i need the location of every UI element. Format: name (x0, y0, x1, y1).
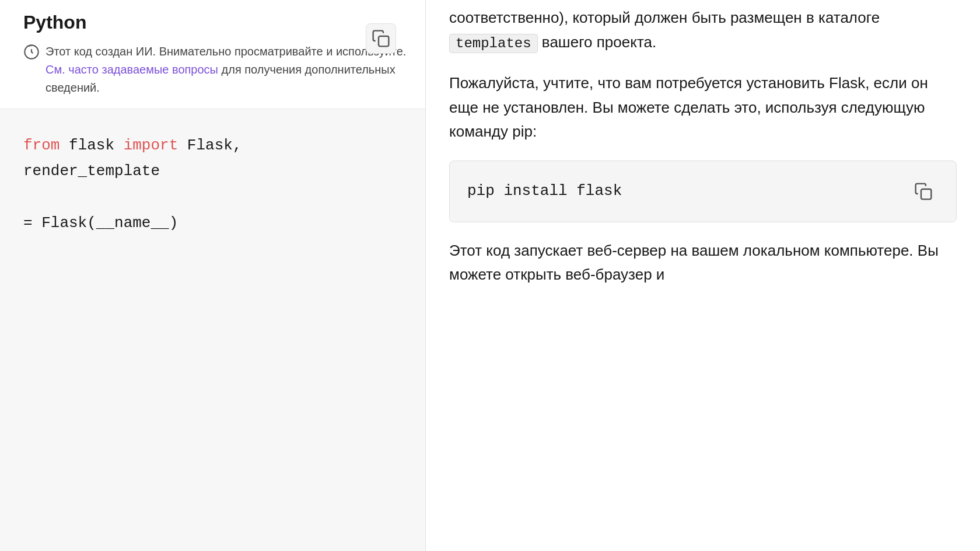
ai-notice: Этот код создан ИИ. Внимательно просматр… (23, 43, 408, 97)
code-block-left: from flask import Flask, render_template… (0, 109, 425, 551)
paragraph-2: Пожалуйста, учтите, что вам потребуется … (449, 71, 957, 144)
code-line-1: from flask import Flask, (23, 132, 402, 158)
python-title: Python (23, 12, 408, 33)
left-panel: Python Этот код создан ИИ. Внимательно п… (0, 0, 426, 551)
right-panel: соответственно), который должен быть раз… (426, 0, 980, 551)
code-line-2: render_template (23, 158, 402, 184)
ai-icon (23, 44, 40, 60)
code-line-3 (23, 184, 402, 210)
code-module: flask (60, 137, 123, 154)
code-app-line: = Flask(__name__) (23, 214, 178, 232)
ai-faq-link[interactable]: См. часто задаваемые вопросы (46, 63, 218, 76)
svg-rect-2 (921, 189, 931, 199)
copy-button-pip[interactable] (908, 176, 939, 207)
paragraph-1: соответственно), который должен быть раз… (449, 6, 957, 55)
copy-icon-top (372, 29, 390, 48)
right-content: соответственно), который должен быть раз… (449, 0, 957, 304)
ai-notice-text: Этот код создан ИИ. Внимательно просматр… (46, 43, 408, 97)
ai-notice-before-link: Этот код создан ИИ. Внимательно просматр… (46, 45, 406, 58)
pip-command-text: pip install flask (467, 179, 622, 204)
code-import-rest: Flask, (178, 137, 242, 154)
code-line-4: = Flask(__name__) (23, 210, 402, 236)
inline-code-templates: templates (449, 34, 538, 53)
keyword-from: from (23, 137, 60, 154)
paragraph-1-after: вашего проекта. (542, 33, 656, 51)
left-top-section: Python Этот код создан ИИ. Внимательно п… (0, 0, 425, 109)
keyword-import: import (124, 137, 178, 154)
paragraph-1-before: соответственно), который должен быть раз… (449, 9, 880, 26)
code-render-template: render_template (23, 162, 160, 180)
pip-code-block: pip install flask (449, 161, 957, 222)
paragraph-3: Этот код запускает веб-сервер на вашем л… (449, 239, 957, 287)
copy-icon-pip (914, 182, 933, 201)
svg-rect-1 (379, 36, 388, 46)
right-text: соответственно), который должен быть раз… (449, 0, 957, 287)
copy-button-top[interactable] (366, 23, 396, 54)
